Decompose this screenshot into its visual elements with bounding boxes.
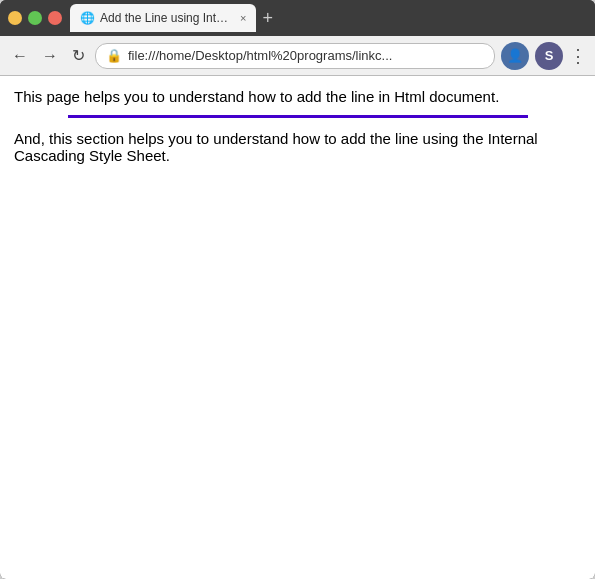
profile-label: 👤 [507, 48, 523, 63]
security-shield-icon: 🔒 [106, 48, 122, 63]
paragraph-1: This page helps you to understand how to… [14, 88, 581, 105]
forward-button[interactable]: → [38, 45, 62, 67]
window-controls [8, 11, 62, 25]
horizontal-rule [68, 115, 528, 118]
reload-button[interactable]: ↻ [68, 44, 89, 67]
address-box[interactable]: 🔒 file:///home/Desktop/html%20programs/l… [95, 43, 495, 69]
addressbar: ← → ↻ 🔒 file:///home/Desktop/html%20prog… [0, 36, 595, 76]
profile-icon[interactable]: 👤 [501, 42, 529, 70]
paragraph-2: And, this section helps you to understan… [14, 130, 581, 164]
maximize-button[interactable] [28, 11, 42, 25]
url-text: file:///home/Desktop/html%20programs/lin… [128, 48, 484, 63]
tab-close-icon[interactable]: × [240, 12, 246, 24]
titlebar: 🌐 Add the Line using Intern × + [0, 0, 595, 36]
tab-favicon-icon: 🌐 [80, 11, 94, 25]
close-button[interactable] [48, 11, 62, 25]
user-initial: S [545, 48, 554, 63]
browser-window: 🌐 Add the Line using Intern × + ← → ↻ 🔒 … [0, 0, 595, 579]
user-avatar[interactable]: S [535, 42, 563, 70]
minimize-button[interactable] [8, 11, 22, 25]
page-content: This page helps you to understand how to… [0, 76, 595, 579]
back-button[interactable]: ← [8, 45, 32, 67]
tab-title: Add the Line using Intern [100, 11, 230, 25]
active-tab[interactable]: 🌐 Add the Line using Intern × [70, 4, 256, 32]
browser-menu-button[interactable]: ⋮ [569, 45, 587, 67]
tab-bar: 🌐 Add the Line using Intern × + [70, 4, 587, 32]
new-tab-button[interactable]: + [262, 9, 273, 27]
